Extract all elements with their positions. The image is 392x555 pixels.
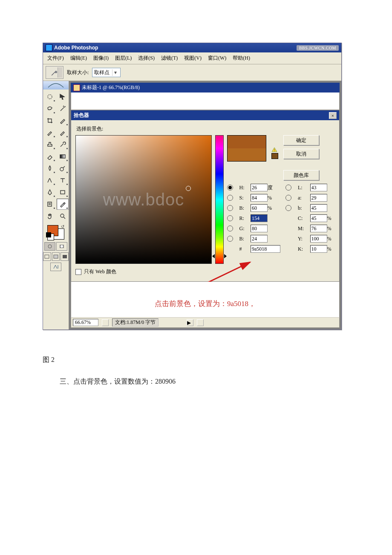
tool-dodge[interactable] [57,163,69,174]
menu-file[interactable]: 文件(F) [45,54,66,63]
tool-notes[interactable] [44,199,56,210]
radio-a[interactable] [285,195,291,201]
svg-point-2 [60,168,63,171]
menu-edit[interactable]: 编辑(E) [68,54,89,63]
tool-stamp[interactable] [44,139,56,150]
options-bar: 取样大小: 取样点 ▾ [43,64,341,81]
tool-wand[interactable] [57,103,69,114]
tool-hand[interactable] [44,211,56,222]
svg-rect-10 [54,255,58,258]
slice-icon [59,117,66,124]
tool-pen[interactable] [44,187,56,198]
input-bb[interactable] [251,235,268,243]
menu-image[interactable]: 图像(I) [91,54,111,63]
tool-type[interactable] [57,175,69,186]
input-hex[interactable] [251,245,280,253]
tool-slice[interactable] [57,115,69,126]
current-tool-preset[interactable] [46,66,63,79]
tool-zoom[interactable] [57,211,69,222]
menu-window[interactable]: 窗口(W) [205,54,229,63]
document-titlebar: 未标题-1 @ 66.7%(RGB/8) [71,83,340,92]
tool-brush[interactable] [57,127,69,138]
cancel-button[interactable]: 取消 [283,149,319,159]
label-b: b: [297,205,308,211]
preview-current-color[interactable] [228,148,266,161]
color-picker-dialog: 拾色器 × 选择前景色: www.bdoc [71,110,340,282]
ok-button[interactable]: 确定 [283,135,319,145]
menu-help[interactable]: 帮助(H) [230,54,253,63]
standard-mode[interactable] [44,242,55,251]
tool-gradient[interactable] [57,151,69,162]
radio-s[interactable] [227,195,233,201]
tool-move[interactable] [57,91,69,102]
screen-standard-icon [44,254,50,259]
tool-history-brush[interactable] [57,139,69,150]
status-preview-icon[interactable] [102,319,109,326]
gamut-swatch[interactable] [271,153,278,159]
tool-blur[interactable] [44,163,56,174]
app-logo-icon [46,44,52,51]
input-bv[interactable] [251,204,268,212]
hue-slider[interactable] [215,135,224,264]
unit-y: % [327,236,331,242]
color-field[interactable]: www.bdoc [75,135,212,264]
radio-b[interactable] [285,205,291,211]
status-zoom[interactable]: 66.67% [73,319,98,326]
input-y[interactable] [310,235,327,243]
menu-select[interactable]: 选择(S) [135,54,157,63]
radio-l[interactable] [285,185,291,191]
wand-icon [59,105,66,112]
menu-view[interactable]: 视图(V) [182,54,204,63]
radio-bv[interactable] [227,205,233,211]
unit-m: % [327,225,331,231]
screen-full[interactable] [61,252,69,261]
input-g[interactable] [251,225,268,232]
input-c[interactable] [310,214,327,222]
tool-marquee[interactable] [44,91,56,102]
jump-imageready[interactable] [50,263,61,271]
tool-eraser[interactable] [44,151,56,162]
close-button[interactable]: × [329,112,337,119]
toolbox-header-icon [43,81,69,90]
label-y: Y: [297,236,308,242]
tool-crop[interactable] [44,115,56,126]
radio-g[interactable] [227,225,233,231]
web-colors-row: 只有 Web 颜色 [75,268,335,275]
label-hex: # [238,246,249,252]
color-swatches[interactable]: ↺ [47,225,64,240]
input-r[interactable] [251,214,268,222]
sample-size-select[interactable]: 取样点 ▾ [92,68,121,77]
status-play-icon[interactable]: ▶ [187,319,193,326]
tool-lasso[interactable] [44,103,56,114]
brush-icon [59,129,66,136]
tool-healing[interactable] [44,127,56,138]
status-scroll-icon[interactable] [197,319,204,326]
color-library-button[interactable]: 颜色库 [283,170,319,180]
input-s[interactable] [251,194,268,202]
menu-layer[interactable]: 图层(L) [112,54,134,63]
screen-standard[interactable] [43,252,51,261]
input-a[interactable] [310,194,327,202]
input-h[interactable] [251,184,268,191]
shape-icon [59,189,66,196]
menu-filter[interactable]: 滤镜(T) [159,54,180,63]
input-k[interactable] [310,245,327,253]
default-colors-icon[interactable] [47,234,54,240]
web-colors-checkbox[interactable] [75,269,81,275]
screen-menubar[interactable] [52,252,60,261]
color-fields: H: 度 L: S: % a: [227,184,335,253]
radio-r[interactable] [227,215,233,221]
input-l[interactable] [310,184,327,191]
quickmask-mode[interactable] [56,242,67,251]
label-h: H: [238,185,249,191]
tool-path[interactable] [44,175,56,186]
input-b[interactable] [310,204,327,212]
tool-shape[interactable] [57,187,69,198]
tool-eyedropper[interactable] [57,199,69,210]
gradient-icon [59,153,66,160]
gamut-warning-icon[interactable]: ! [271,147,277,152]
radio-h[interactable] [227,185,233,191]
input-m[interactable] [310,225,327,232]
eyedropper-icon [59,201,66,208]
radio-bb[interactable] [227,236,233,242]
